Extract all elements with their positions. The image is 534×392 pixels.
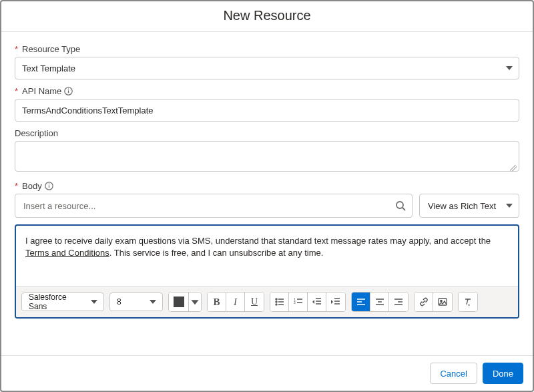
svg-point-10 (276, 301, 277, 303)
api-name-label: * API Name (15, 86, 519, 96)
numbered-list-button[interactable]: 12 (289, 292, 308, 311)
view-mode-value[interactable]: View as Rich Text (419, 194, 519, 218)
body-controls-row: View as Rich Text (15, 194, 519, 218)
link-icon (419, 297, 429, 307)
svg-text:x: x (468, 303, 470, 307)
underline-button[interactable]: U (245, 292, 264, 311)
svg-point-6 (396, 202, 403, 208)
label-text: Body (22, 181, 42, 191)
alignment-group (351, 292, 409, 312)
text-color-button[interactable] (169, 292, 189, 311)
align-center-icon (375, 297, 384, 307)
svg-marker-26 (331, 300, 333, 304)
info-icon[interactable] (64, 87, 73, 95)
terms-and-conditions-link[interactable]: Terms and Conditions (25, 248, 109, 258)
editor-toolbar: Salesforce Sans 8 B I U (16, 286, 518, 317)
label-text: API Name (22, 86, 61, 96)
align-right-button[interactable] (389, 292, 408, 311)
numbered-list-icon: 12 (294, 297, 303, 307)
svg-marker-22 (312, 300, 314, 304)
view-mode-select[interactable]: View as Rich Text (419, 194, 519, 218)
body-text-prefix: I agree to receive daily exam questions … (25, 236, 491, 246)
editor-content[interactable]: I agree to receive daily exam questions … (16, 226, 518, 286)
svg-point-11 (276, 304, 277, 305)
search-icon (395, 200, 406, 211)
resource-type-select[interactable]: Text Template (15, 57, 519, 79)
dialog-footer: Cancel Done (1, 355, 533, 391)
clear-formatting-icon: x (463, 297, 473, 307)
bulleted-list-icon (275, 297, 284, 307)
underline-icon: U (251, 297, 258, 307)
italic-icon: I (234, 297, 237, 308)
image-icon (438, 297, 447, 307)
description-input[interactable] (15, 141, 519, 172)
body-text-suffix: . This service is free, and I can unsubs… (109, 248, 324, 258)
bulleted-list-button[interactable] (270, 292, 289, 311)
align-left-button[interactable] (352, 292, 370, 311)
text-color-group (168, 292, 202, 312)
required-asterisk: * (15, 44, 18, 54)
image-button[interactable] (433, 292, 452, 311)
align-center-button[interactable] (370, 292, 389, 311)
api-name-input[interactable] (15, 99, 519, 122)
svg-rect-4 (49, 185, 49, 188)
bold-button[interactable]: B (208, 292, 226, 311)
field-body: * Body View as Rich Text I agree to rece… (15, 181, 519, 319)
insert-resource-field[interactable] (15, 194, 413, 218)
label-text: Resource Type (22, 44, 80, 54)
align-left-icon (356, 297, 366, 307)
italic-button[interactable]: I (226, 292, 245, 311)
clear-formatting-button[interactable]: x (459, 292, 477, 311)
indent-icon (331, 297, 340, 307)
clear-group: x (458, 292, 478, 312)
font-family-select[interactable]: Salesforce Sans (21, 292, 104, 311)
dialog-title: New Resource (1, 1, 533, 31)
insert-group (414, 292, 453, 312)
text-color-dropdown[interactable] (189, 292, 201, 311)
label-text: Description (15, 128, 58, 138)
link-button[interactable] (415, 292, 433, 311)
outdent-icon (312, 297, 322, 307)
align-right-icon (394, 297, 403, 307)
bold-icon: B (213, 297, 220, 308)
indent-button[interactable] (326, 292, 345, 311)
text-style-group: B I U (207, 292, 264, 312)
list-indent-group: 12 (270, 292, 346, 312)
required-asterisk: * (15, 86, 18, 96)
info-icon[interactable] (45, 182, 53, 190)
font-family-value[interactable]: Salesforce Sans (21, 292, 104, 311)
description-label: Description (15, 128, 519, 138)
svg-point-9 (276, 299, 277, 300)
font-size-value[interactable]: 8 (109, 292, 163, 311)
required-asterisk: * (15, 181, 18, 191)
rich-text-editor: I agree to receive daily exam questions … (15, 224, 519, 319)
svg-point-37 (441, 300, 442, 301)
color-swatch-icon (174, 297, 184, 307)
svg-point-2 (68, 89, 69, 90)
resource-type-label: * Resource Type (15, 44, 519, 54)
svg-marker-8 (191, 300, 198, 305)
svg-rect-1 (68, 90, 69, 93)
cancel-button[interactable]: Cancel (430, 363, 477, 384)
resource-type-value[interactable]: Text Template (15, 57, 519, 79)
field-api-name: * API Name (15, 86, 519, 122)
svg-point-5 (48, 184, 49, 185)
svg-text:2: 2 (294, 301, 296, 305)
outdent-button[interactable] (308, 292, 326, 311)
field-description: Description (15, 128, 519, 174)
body-label: * Body (15, 181, 519, 191)
done-button[interactable]: Done (483, 363, 523, 384)
form-body: * Resource Type Text Template * API Name… (1, 32, 533, 355)
field-resource-type: * Resource Type Text Template (15, 44, 519, 79)
svg-line-7 (403, 208, 405, 210)
font-size-select[interactable]: 8 (109, 292, 163, 311)
insert-resource-input[interactable] (15, 194, 413, 218)
